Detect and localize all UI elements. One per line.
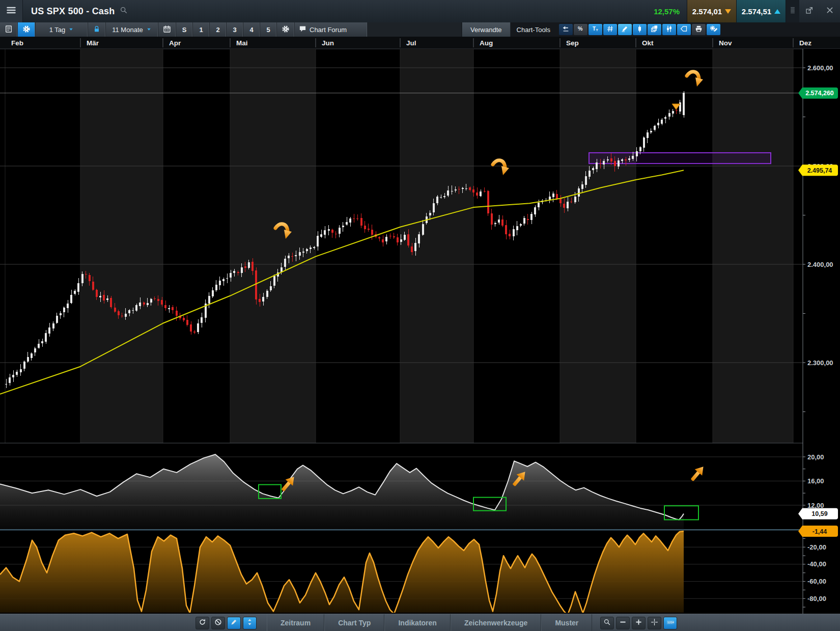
windows-button[interactable] bbox=[648, 24, 661, 35]
svg-text:12,00: 12,00 bbox=[807, 502, 824, 509]
svg-text:16,00: 16,00 bbox=[807, 477, 824, 485]
close-window-button[interactable] bbox=[820, 0, 840, 22]
svg-text:Mär: Mär bbox=[87, 39, 99, 47]
candle-compare-button[interactable] bbox=[662, 24, 676, 35]
bottom-button-zeitraum[interactable]: Zeitraum bbox=[267, 614, 324, 631]
svg-text:Aug: Aug bbox=[480, 39, 493, 47]
candlestick-icon bbox=[636, 25, 643, 34]
undo-arrow-icon bbox=[562, 25, 570, 34]
current-price-badge: 2.574,260 bbox=[798, 88, 838, 99]
refresh-icon bbox=[199, 618, 206, 628]
change-percent: 12,57% bbox=[647, 0, 687, 22]
svg-text:Apr: Apr bbox=[169, 39, 181, 47]
price-down-arrow-icon bbox=[725, 9, 731, 14]
svg-text:Mai: Mai bbox=[236, 39, 248, 47]
eraser-button[interactable] bbox=[677, 24, 691, 35]
gear-icon bbox=[282, 25, 290, 35]
svg-text:2.495,74: 2.495,74 bbox=[807, 167, 832, 174]
svg-text:2.300,00: 2.300,00 bbox=[807, 359, 833, 367]
windows-icon bbox=[651, 25, 658, 34]
svg-text:-20,00: -20,00 bbox=[807, 543, 826, 551]
bottom-button-muster[interactable]: Muster bbox=[541, 614, 592, 631]
svg-text:Sep: Sep bbox=[566, 39, 579, 47]
minus-button[interactable] bbox=[616, 617, 630, 629]
numbers-icon: 1234 bbox=[666, 618, 674, 628]
svg-text:T: T bbox=[596, 28, 598, 32]
1-tag-dropdown[interactable]: 1 Tag bbox=[36, 22, 88, 37]
plus-button[interactable] bbox=[632, 617, 646, 629]
price-up-arrow-icon bbox=[774, 9, 780, 14]
main-menu-button[interactable] bbox=[0, 0, 23, 22]
chart-forum-button[interactable]: Chart Forum bbox=[295, 22, 368, 37]
percent-button[interactable]: % bbox=[574, 24, 587, 35]
bottom-button-chart-typ[interactable]: Chart Typ bbox=[324, 614, 384, 631]
numbers-button[interactable]: 1234 bbox=[663, 617, 677, 629]
period-quick-button-1[interactable]: 1 bbox=[193, 22, 210, 37]
bottom-button-zeichenwerkzeuge[interactable]: Zeichenwerkzeuge bbox=[451, 614, 542, 631]
undo-arrow-button[interactable] bbox=[559, 24, 573, 35]
lock-button[interactable] bbox=[88, 22, 106, 37]
refresh-button[interactable] bbox=[195, 617, 209, 629]
period-quick-button-2[interactable]: 2 bbox=[210, 22, 227, 37]
purple-rectangle-drawing[interactable] bbox=[589, 153, 771, 163]
updown-arrows-button[interactable] bbox=[243, 617, 257, 629]
lock-icon bbox=[93, 25, 101, 35]
dropdown-label: 1 Tag bbox=[49, 26, 66, 34]
window-grip-handle[interactable] bbox=[786, 0, 799, 22]
restore-window-button[interactable] bbox=[799, 0, 820, 22]
gear-button[interactable] bbox=[277, 22, 295, 37]
chart-canvas[interactable]: FebMärAprMaiJunJulAugSepOktNovDez2.600,0… bbox=[0, 37, 840, 614]
chart-area[interactable]: FebMärAprMaiJunJulAugSepOktNovDez2.600,0… bbox=[0, 37, 840, 614]
no-draw-button[interactable] bbox=[211, 617, 225, 629]
text-format-button[interactable]: TT bbox=[589, 24, 602, 35]
candle-compare-icon bbox=[665, 25, 673, 34]
bid-price: 2.574,01 bbox=[692, 7, 722, 16]
svg-text:-1,44: -1,44 bbox=[813, 528, 827, 535]
buy-price-button[interactable]: 2.574,51 bbox=[736, 0, 786, 22]
gear-pencil-icon bbox=[710, 25, 717, 34]
gear-icon bbox=[22, 25, 31, 35]
printer-button[interactable] bbox=[692, 24, 706, 35]
restore-icon bbox=[805, 6, 814, 16]
svg-text:Dez: Dez bbox=[799, 39, 811, 47]
pencil-button[interactable] bbox=[227, 617, 241, 629]
news-list-icon bbox=[5, 25, 13, 35]
tab-chart-tools[interactable]: Chart-Tools bbox=[511, 22, 556, 37]
magnifier-button[interactable] bbox=[600, 617, 614, 629]
printer-icon bbox=[695, 25, 703, 34]
11-monate-dropdown[interactable]: 11 Monate bbox=[106, 22, 158, 37]
instrument-title: US SPX 500 - Cash bbox=[31, 6, 115, 17]
chevron-down-icon bbox=[68, 26, 74, 34]
magnifier-icon bbox=[603, 618, 611, 628]
chart-toolbar: 1 Tag11 MonateS12345Chart Forum Verwandt… bbox=[0, 22, 840, 37]
crosshair-button[interactable] bbox=[648, 617, 661, 629]
svg-text:20,00: 20,00 bbox=[807, 453, 824, 461]
candlestick-button[interactable] bbox=[633, 24, 647, 35]
plus-icon bbox=[635, 618, 642, 628]
svg-text:2.600,00: 2.600,00 bbox=[807, 64, 833, 72]
svg-text:Jul: Jul bbox=[406, 39, 416, 47]
gear-button[interactable] bbox=[18, 22, 36, 37]
svg-text:Jun: Jun bbox=[322, 39, 334, 47]
period-quick-button-4[interactable]: 4 bbox=[243, 22, 260, 37]
period-quick-button-3[interactable]: 3 bbox=[227, 22, 243, 37]
grid-button[interactable] bbox=[603, 24, 617, 35]
text-format-icon: TT bbox=[592, 25, 599, 34]
sell-price-button[interactable]: 2.574,01 bbox=[687, 0, 736, 22]
svg-text:T: T bbox=[593, 26, 596, 32]
bottom-button-indikatoren[interactable]: Indikatoren bbox=[384, 614, 450, 631]
draw-pencil-button[interactable] bbox=[618, 24, 632, 35]
gear-pencil-button[interactable] bbox=[707, 24, 720, 35]
period-quick-button-5[interactable]: 5 bbox=[260, 22, 277, 37]
oscillator-value-badge: -1,44 bbox=[798, 526, 838, 537]
ask-price: 2.574,51 bbox=[742, 7, 771, 16]
draw-pencil-icon bbox=[621, 25, 629, 34]
search-icon[interactable] bbox=[120, 6, 128, 17]
news-list-button[interactable] bbox=[0, 22, 18, 37]
dropdown-label: 11 Monate bbox=[112, 26, 143, 34]
period-quick-button-S[interactable]: S bbox=[176, 22, 193, 37]
calendar-button[interactable] bbox=[158, 22, 176, 37]
tab-verwandte[interactable]: Verwandte bbox=[462, 22, 510, 37]
crosshair-icon bbox=[651, 618, 658, 628]
percent-icon: % bbox=[577, 25, 584, 34]
